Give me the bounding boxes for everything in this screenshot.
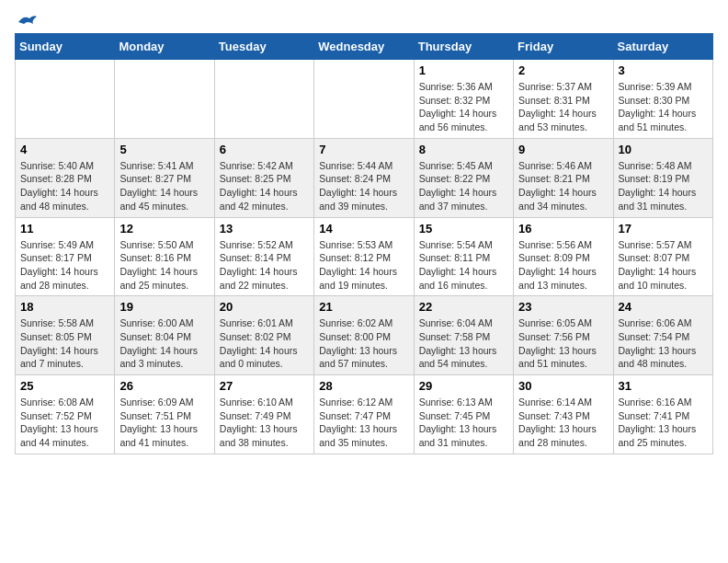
calendar-cell: 12Sunrise: 5:50 AMSunset: 8:16 PMDayligh… [115,217,214,296]
day-number: 25 [20,379,109,393]
calendar-week-row: 1Sunrise: 5:36 AMSunset: 8:32 PMDaylight… [16,60,713,139]
calendar-cell: 25Sunrise: 6:08 AMSunset: 7:52 PMDayligh… [16,375,115,454]
calendar-cell: 5Sunrise: 5:41 AMSunset: 8:27 PMDaylight… [115,138,214,217]
calendar-cell: 23Sunrise: 6:05 AMSunset: 7:56 PMDayligh… [514,296,613,375]
calendar-cell: 6Sunrise: 5:42 AMSunset: 8:25 PMDaylight… [214,138,313,217]
day-info: Sunrise: 5:37 AMSunset: 8:31 PMDaylight:… [518,80,608,134]
day-number: 30 [518,379,608,393]
calendar-cell [314,60,414,139]
calendar-cell: 27Sunrise: 6:10 AMSunset: 7:49 PMDayligh… [214,375,313,454]
day-info: Sunrise: 5:44 AMSunset: 8:24 PMDaylight:… [319,159,408,213]
day-number: 10 [619,143,708,156]
day-info: Sunrise: 6:14 AMSunset: 7:43 PMDaylight:… [518,396,608,450]
day-info: Sunrise: 5:48 AMSunset: 8:19 PMDaylight:… [619,159,708,213]
calendar-cell: 29Sunrise: 6:13 AMSunset: 7:45 PMDayligh… [414,375,513,454]
weekday-header-wednesday: Wednesday [314,34,414,60]
day-number: 24 [619,300,708,314]
calendar-cell: 21Sunrise: 6:02 AMSunset: 8:00 PMDayligh… [314,296,414,375]
day-number: 29 [419,379,508,393]
day-number: 19 [119,300,209,314]
calendar-cell [214,60,313,139]
calendar-cell: 10Sunrise: 5:48 AMSunset: 8:19 PMDayligh… [613,138,712,217]
day-info: Sunrise: 6:09 AMSunset: 7:51 PMDaylight:… [119,396,209,450]
calendar-cell: 22Sunrise: 6:04 AMSunset: 7:58 PMDayligh… [414,296,513,375]
day-number: 18 [20,300,109,314]
day-info: Sunrise: 5:41 AMSunset: 8:27 PMDaylight:… [119,159,209,213]
calendar-cell: 19Sunrise: 6:00 AMSunset: 8:04 PMDayligh… [115,296,214,375]
calendar-cell: 28Sunrise: 6:12 AMSunset: 7:47 PMDayligh… [314,375,414,454]
calendar-cell: 1Sunrise: 5:36 AMSunset: 8:32 PMDaylight… [414,60,513,139]
day-number: 14 [319,222,408,236]
day-info: Sunrise: 6:00 AMSunset: 8:04 PMDaylight:… [119,316,209,371]
day-info: Sunrise: 5:46 AMSunset: 8:21 PMDaylight:… [518,159,608,213]
calendar-cell: 4Sunrise: 5:40 AMSunset: 8:28 PMDaylight… [16,138,115,217]
day-number: 26 [119,379,209,393]
day-number: 11 [20,222,109,236]
calendar-cell: 7Sunrise: 5:44 AMSunset: 8:24 PMDaylight… [314,138,414,217]
calendar-cell: 20Sunrise: 6:01 AMSunset: 8:02 PMDayligh… [214,296,313,375]
weekday-header-saturday: Saturday [613,34,712,60]
calendar-cell: 2Sunrise: 5:37 AMSunset: 8:31 PMDaylight… [514,60,613,139]
day-info: Sunrise: 5:40 AMSunset: 8:28 PMDaylight:… [20,159,109,213]
day-info: Sunrise: 6:01 AMSunset: 8:02 PMDaylight:… [220,316,309,371]
day-number: 31 [619,379,708,393]
calendar-cell: 31Sunrise: 6:16 AMSunset: 7:41 PMDayligh… [613,375,712,454]
day-info: Sunrise: 6:12 AMSunset: 7:47 PMDaylight:… [319,396,408,450]
calendar-cell: 15Sunrise: 5:54 AMSunset: 8:11 PMDayligh… [414,217,513,296]
day-info: Sunrise: 5:39 AMSunset: 8:30 PMDaylight:… [619,80,708,134]
day-number: 17 [619,222,708,236]
calendar-cell: 3Sunrise: 5:39 AMSunset: 8:30 PMDaylight… [613,60,712,139]
day-number: 21 [319,300,408,314]
day-number: 12 [119,222,209,236]
calendar-table: SundayMondayTuesdayWednesdayThursdayFrid… [15,33,713,454]
day-info: Sunrise: 5:45 AMSunset: 8:22 PMDaylight:… [419,159,508,213]
day-info: Sunrise: 6:04 AMSunset: 7:58 PMDaylight:… [419,316,508,371]
calendar-cell: 9Sunrise: 5:46 AMSunset: 8:21 PMDaylight… [514,138,613,217]
weekday-header-friday: Friday [514,34,613,60]
day-number: 4 [20,143,109,156]
day-info: Sunrise: 6:06 AMSunset: 7:54 PMDaylight:… [619,316,708,371]
calendar-cell: 26Sunrise: 6:09 AMSunset: 7:51 PMDayligh… [115,375,214,454]
day-info: Sunrise: 5:42 AMSunset: 8:25 PMDaylight:… [220,159,309,213]
day-info: Sunrise: 5:54 AMSunset: 8:11 PMDaylight:… [419,238,508,293]
calendar-cell: 18Sunrise: 5:58 AMSunset: 8:05 PMDayligh… [16,296,115,375]
day-info: Sunrise: 5:52 AMSunset: 8:14 PMDaylight:… [220,238,309,293]
calendar-cell [115,60,214,139]
calendar-cell: 14Sunrise: 5:53 AMSunset: 8:12 PMDayligh… [314,217,414,296]
weekday-header-thursday: Thursday [414,34,513,60]
day-info: Sunrise: 5:56 AMSunset: 8:09 PMDaylight:… [518,238,608,293]
day-number: 22 [419,300,508,314]
calendar-cell: 8Sunrise: 5:45 AMSunset: 8:22 PMDaylight… [414,138,513,217]
day-info: Sunrise: 6:02 AMSunset: 8:00 PMDaylight:… [319,316,408,371]
day-info: Sunrise: 6:08 AMSunset: 7:52 PMDaylight:… [20,396,109,450]
calendar-cell: 13Sunrise: 5:52 AMSunset: 8:14 PMDayligh… [214,217,313,296]
day-info: Sunrise: 5:57 AMSunset: 8:07 PMDaylight:… [619,238,708,293]
day-number: 20 [220,300,309,314]
calendar-cell: 30Sunrise: 6:14 AMSunset: 7:43 PMDayligh… [514,375,613,454]
day-info: Sunrise: 6:16 AMSunset: 7:41 PMDaylight:… [619,396,708,450]
day-number: 27 [220,379,309,393]
calendar-header-row: SundayMondayTuesdayWednesdayThursdayFrid… [16,34,713,60]
day-info: Sunrise: 5:49 AMSunset: 8:17 PMDaylight:… [20,238,109,293]
day-number: 3 [619,63,708,77]
calendar-week-row: 18Sunrise: 5:58 AMSunset: 8:05 PMDayligh… [16,296,713,375]
calendar-cell: 17Sunrise: 5:57 AMSunset: 8:07 PMDayligh… [613,217,712,296]
day-info: Sunrise: 6:13 AMSunset: 7:45 PMDaylight:… [419,396,508,450]
day-info: Sunrise: 6:10 AMSunset: 7:49 PMDaylight:… [220,396,309,450]
day-number: 15 [419,222,508,236]
calendar-cell: 11Sunrise: 5:49 AMSunset: 8:17 PMDayligh… [16,217,115,296]
day-number: 1 [419,63,508,77]
day-number: 5 [119,143,209,156]
day-number: 2 [518,63,608,77]
calendar-week-row: 4Sunrise: 5:40 AMSunset: 8:28 PMDaylight… [16,138,713,217]
calendar-week-row: 11Sunrise: 5:49 AMSunset: 8:17 PMDayligh… [16,217,713,296]
weekday-header-monday: Monday [115,34,214,60]
day-number: 9 [518,143,608,156]
logo-bird-icon [17,13,37,29]
day-info: Sunrise: 5:50 AMSunset: 8:16 PMDaylight:… [119,238,209,293]
day-number: 8 [419,143,508,156]
weekday-header-sunday: Sunday [16,34,115,60]
day-number: 13 [220,222,309,236]
day-number: 28 [319,379,408,393]
day-number: 6 [220,143,309,156]
